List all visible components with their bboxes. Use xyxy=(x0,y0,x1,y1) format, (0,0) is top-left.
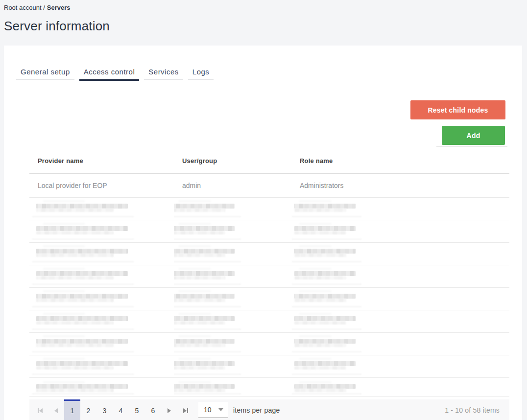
breadcrumb: Root account /Servers xyxy=(4,4,523,12)
redacted-text-streak xyxy=(32,216,134,217)
content-card: General setupAccess controlServicesLogs … xyxy=(4,46,522,420)
page-button-2[interactable]: 2 xyxy=(80,399,96,420)
cell-redacted xyxy=(174,198,291,220)
page-button-5[interactable]: 5 xyxy=(129,399,145,420)
redacted-text-second xyxy=(174,366,225,370)
redacted-text-second xyxy=(294,254,346,257)
next-page-button[interactable] xyxy=(161,399,177,420)
next-page-icon xyxy=(168,408,171,413)
cell-redacted xyxy=(291,310,509,332)
table-row-redacted[interactable] xyxy=(29,198,509,220)
redacted-text-main xyxy=(36,249,128,254)
table-row-redacted[interactable] xyxy=(29,333,509,355)
table-row[interactable]: Local provider for EOP admin Administrat… xyxy=(29,174,509,198)
redacted-text-main xyxy=(294,294,356,299)
cell-redacted xyxy=(174,243,291,265)
redacted-text-streak xyxy=(292,351,361,352)
redacted-text-streak xyxy=(292,393,361,395)
cell-redacted xyxy=(291,288,509,310)
redacted-text-streak xyxy=(174,373,241,375)
page-button-4[interactable]: 4 xyxy=(113,399,129,420)
cell-provider-name: Local provider for EOP xyxy=(29,174,174,197)
redacted-text-main xyxy=(174,249,235,254)
redacted-text-second xyxy=(294,344,346,347)
redacted-text-main xyxy=(294,204,356,209)
redacted-text-main xyxy=(294,271,356,276)
redacted-text-streak xyxy=(174,283,241,285)
redacted-text-main xyxy=(174,226,235,231)
cell-redacted xyxy=(174,288,291,310)
add-button[interactable]: Add xyxy=(442,126,505,145)
redacted-text-main xyxy=(36,294,128,299)
cell-redacted xyxy=(29,243,174,265)
redacted-text-streak xyxy=(174,306,241,307)
redacted-text-main xyxy=(294,339,356,344)
page-button-1[interactable]: 1 xyxy=(64,399,80,420)
column-header-provider-name[interactable]: Provider name xyxy=(29,148,174,173)
items-per-page-label: items per page xyxy=(233,406,280,414)
redacted-text-streak xyxy=(174,261,241,262)
first-page-icon xyxy=(38,408,43,413)
page-button-3[interactable]: 3 xyxy=(96,399,113,420)
first-page-button[interactable] xyxy=(32,399,48,420)
page-size-dropdown[interactable]: 10 xyxy=(198,402,228,418)
page-size-value: 10 xyxy=(198,406,212,414)
cell-redacted xyxy=(29,220,174,242)
table-row-redacted[interactable] xyxy=(29,378,509,397)
cell-redacted xyxy=(29,310,174,332)
tab-general-setup[interactable]: General setup xyxy=(16,67,74,80)
redacted-text-second xyxy=(294,299,346,302)
reset-child-nodes-button[interactable]: Reset child nodes xyxy=(410,100,505,119)
redacted-text-streak xyxy=(32,393,134,395)
redacted-text-main xyxy=(36,316,128,321)
redacted-text-second xyxy=(36,321,114,325)
redacted-text-main xyxy=(294,226,356,231)
cell-role-name: Administrators xyxy=(291,174,509,197)
breadcrumb-parent-link[interactable]: Root account xyxy=(4,4,42,11)
redacted-text-ghost xyxy=(43,200,85,202)
column-header-role-name[interactable]: Role name xyxy=(291,148,509,173)
cell-redacted xyxy=(174,310,291,332)
redacted-text-second xyxy=(294,276,346,280)
table-row-redacted[interactable] xyxy=(29,243,509,265)
page-button-6[interactable]: 6 xyxy=(145,399,161,420)
table-row-redacted[interactable] xyxy=(29,310,509,333)
column-header-user-group[interactable]: User/group xyxy=(174,148,291,173)
redacted-text-ghost xyxy=(299,290,331,292)
cell-user-group: admin xyxy=(174,174,291,197)
redacted-text-ghost xyxy=(179,223,211,225)
table-row-redacted[interactable] xyxy=(29,220,509,243)
tab-services[interactable]: Services xyxy=(144,67,183,80)
cell-redacted xyxy=(29,198,174,220)
cell-redacted xyxy=(174,355,291,377)
last-page-button[interactable] xyxy=(177,399,193,420)
tab-logs[interactable]: Logs xyxy=(188,67,214,80)
redacted-text-streak xyxy=(292,328,361,330)
redacted-text-ghost xyxy=(299,223,331,225)
table-row-redacted[interactable] xyxy=(29,288,509,310)
redacted-text-streak xyxy=(292,283,361,285)
page-header: Root account /Servers Server information xyxy=(0,0,527,46)
icon-triangle-shape xyxy=(39,408,43,413)
cell-redacted xyxy=(174,378,291,396)
table-row-redacted[interactable] xyxy=(29,355,509,378)
redacted-text-ghost xyxy=(179,245,211,247)
redacted-text-second xyxy=(174,209,225,212)
cell-redacted xyxy=(291,265,509,287)
redacted-text-streak xyxy=(32,351,134,352)
cell-redacted xyxy=(291,198,509,220)
redacted-text-second xyxy=(36,276,114,280)
cell-redacted xyxy=(174,220,291,242)
previous-page-button[interactable] xyxy=(48,399,64,420)
cell-redacted xyxy=(291,220,509,242)
redacted-text-streak xyxy=(174,328,241,330)
previous-page-icon xyxy=(54,408,58,413)
tab-access-control[interactable]: Access control xyxy=(79,67,140,81)
redacted-text-streak xyxy=(174,351,241,352)
redacted-text-second xyxy=(36,209,114,212)
redacted-text-second xyxy=(36,389,114,392)
pager-info: 1 - 10 of 58 items xyxy=(445,406,509,414)
redacted-text-ghost xyxy=(299,381,331,383)
table-row-redacted[interactable] xyxy=(29,265,509,288)
redacted-text-ghost xyxy=(179,313,211,315)
